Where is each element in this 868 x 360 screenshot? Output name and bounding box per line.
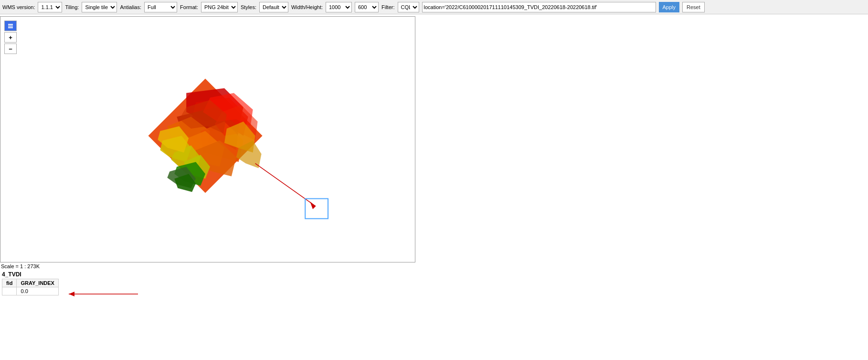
toolbar: WMS version: 1.1.1 1.3.0 Tiling: Single …: [0, 0, 868, 14]
styles-select[interactable]: Default: [259, 2, 288, 12]
col-gray-index: GRAY_INDEX: [17, 279, 59, 287]
tiling-label: Tiling:: [65, 4, 79, 10]
map-svg: [0, 17, 415, 262]
scale-text: Scale = 1 : 273K: [1, 263, 40, 269]
cell-fid: [2, 287, 17, 295]
svg-rect-0: [8, 24, 13, 25]
reset-button[interactable]: Reset: [682, 2, 705, 12]
svg-marker-24: [69, 292, 74, 296]
width-height-label: Width/Height:: [291, 4, 323, 10]
bottom-panel: 4_TVDI fid GRAY_INDEX 0.0: [0, 271, 868, 297]
filter-input[interactable]: [422, 2, 656, 12]
attribute-table: fid GRAY_INDEX 0.0: [2, 279, 59, 295]
table-row: 0.0: [2, 287, 59, 295]
svg-rect-1: [8, 26, 13, 27]
filter-type-select[interactable]: CQL OGC: [398, 2, 419, 12]
map-container[interactable]: + −: [0, 16, 415, 262]
width-select[interactable]: 1000 800 600: [326, 2, 352, 12]
map-arrow-line: [255, 164, 316, 207]
svg-rect-2: [8, 27, 13, 28]
zoom-in-button[interactable]: +: [4, 32, 17, 43]
zoom-out-button[interactable]: −: [4, 44, 17, 54]
layers-button[interactable]: [4, 21, 17, 31]
styles-label: Styles:: [241, 4, 256, 10]
height-select[interactable]: 600 400 800: [355, 2, 379, 12]
layer-name: 4_TVDI: [2, 271, 868, 278]
format-select[interactable]: PNG 24bit PNG 8bit JPEG GIF: [201, 2, 238, 12]
antialias-label: Antialias:: [120, 4, 141, 10]
antialias-select[interactable]: Full None Text Greeked: [144, 2, 177, 12]
col-fid: fid: [2, 279, 17, 287]
wms-version-select[interactable]: 1.1.1 1.3.0: [38, 2, 62, 12]
wms-version-label: WMS version:: [2, 4, 35, 10]
bottom-arrow: [64, 289, 140, 297]
map-controls: + −: [4, 21, 17, 54]
tiling-select[interactable]: Single tile Tiled: [82, 2, 117, 12]
format-label: Format:: [180, 4, 198, 10]
filter-label: Filter:: [381, 4, 395, 10]
apply-button[interactable]: Apply: [659, 2, 680, 12]
scale-bar: Scale = 1 : 273K: [0, 263, 868, 269]
cell-gray-index: 0.0: [17, 287, 59, 295]
